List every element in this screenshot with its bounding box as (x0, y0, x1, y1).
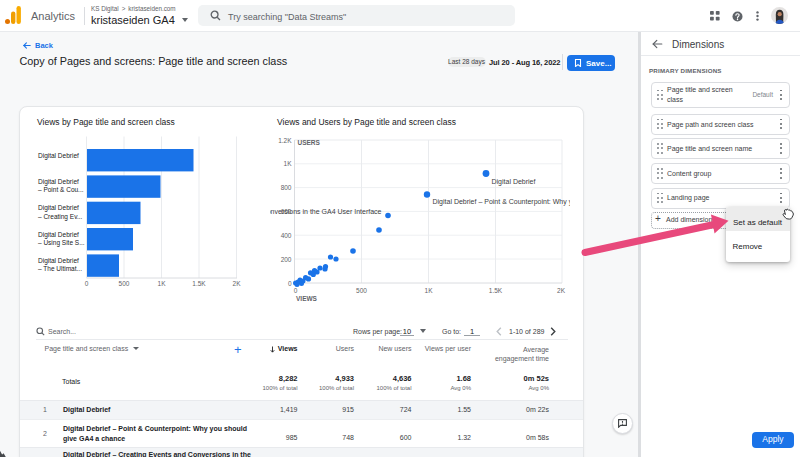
svg-text:500: 500 (119, 280, 130, 287)
svg-text:– Point & Cou...: – Point & Cou... (38, 186, 84, 193)
svg-text:1K: 1K (284, 160, 293, 167)
svg-text:– The Ultimat...: – The Ultimat... (38, 265, 82, 272)
svg-text:Digital Debrief: Digital Debrief (38, 152, 79, 160)
svg-text:2K: 2K (557, 287, 566, 294)
svg-text:400: 400 (281, 232, 292, 239)
svg-text:1.5K: 1.5K (192, 280, 206, 287)
svg-text:1.5K: 1.5K (489, 287, 503, 294)
svg-text:– Creating Ev...: – Creating Ev... (38, 213, 83, 221)
svg-text:800: 800 (281, 184, 292, 191)
svg-text:Digital Debrief: Digital Debrief (38, 257, 79, 265)
svg-text:Digital Debrief – Point & Coun: Digital Debrief – Point & Counterpoint: … (433, 198, 571, 206)
svg-text:Digital Debrief: Digital Debrief (492, 178, 536, 186)
svg-text:500: 500 (356, 287, 367, 294)
svg-text:VIEWS: VIEWS (296, 295, 318, 302)
svg-text:2K: 2K (233, 280, 242, 287)
svg-text:Digital Debrief: Digital Debrief (38, 231, 79, 239)
svg-text:1K: 1K (158, 280, 167, 287)
svg-text:1K: 1K (425, 287, 434, 294)
svg-text:0: 0 (85, 280, 89, 287)
svg-text:200: 200 (281, 256, 292, 263)
svg-text:0: 0 (294, 287, 298, 294)
svg-text:Digital Debrief: Digital Debrief (38, 204, 79, 212)
svg-text:– Using Site S...: – Using Site S... (38, 239, 85, 247)
svg-text:0: 0 (288, 280, 292, 287)
svg-text:USERS: USERS (298, 139, 321, 146)
svg-text:1.2K: 1.2K (278, 137, 292, 144)
svg-text:onversions in the GA4 User Int: onversions in the GA4 User Interface (270, 208, 382, 215)
svg-text:Digital Debrief: Digital Debrief (38, 178, 79, 186)
